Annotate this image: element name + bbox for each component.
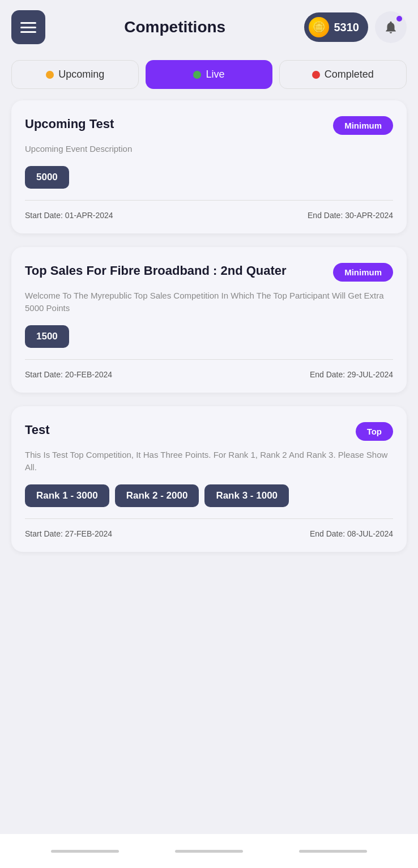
card2-points: 1500 (25, 325, 393, 348)
tab-live[interactable]: Live (146, 60, 272, 89)
page-title: Competitions (124, 18, 225, 36)
card2-divider (25, 359, 393, 360)
card2-start-date: Start Date: 20-FEB-2024 (25, 370, 112, 379)
card1-divider (25, 200, 393, 201)
card3-dates: Start Date: 27-FEB-2024 End Date: 08-JUL… (25, 529, 393, 538)
card-fibre-broadband: Top Sales For Fibre Broadband : 2nd Quat… (11, 247, 407, 393)
nav-indicator-1 (51, 850, 119, 853)
tab-completed-label: Completed (325, 69, 374, 80)
card2-description: Welcome To The Myrepublic Top Sales Comp… (25, 290, 393, 315)
bell-icon (383, 20, 398, 35)
card3-header: Test Top (25, 422, 393, 441)
notification-button[interactable] (375, 11, 407, 43)
upcoming-dot (46, 71, 54, 79)
bottom-nav (0, 834, 418, 868)
card3-points-0[interactable]: Rank 1 - 3000 (25, 484, 109, 507)
card3-end-date: End Date: 08-JUL-2024 (310, 529, 393, 538)
card1-start-date: Start Date: 01-APR-2024 (25, 211, 113, 220)
cards-container: Upcoming Test Minimum Upcoming Event Des… (0, 100, 418, 552)
tab-completed[interactable]: Completed (279, 60, 407, 89)
card1-header: Upcoming Test Minimum (25, 116, 393, 135)
card3-points: Rank 1 - 3000 Rank 2 - 2000 Rank 3 - 100… (25, 484, 393, 507)
card1-description: Upcoming Event Description (25, 143, 393, 156)
card3-title: Test (25, 422, 356, 439)
card2-header: Top Sales For Fibre Broadband : 2nd Quat… (25, 263, 393, 282)
card2-badge[interactable]: Minimum (333, 263, 393, 282)
completed-dot (312, 71, 320, 79)
header: Competitions 🪙 5310 (0, 0, 418, 54)
card2-title: Top Sales For Fibre Broadband : 2nd Quat… (25, 263, 333, 279)
card3-badge[interactable]: Top (356, 422, 393, 441)
coins-amount: 5310 (334, 21, 359, 34)
header-right: 🪙 5310 (304, 11, 407, 43)
card1-end-date: End Date: 30-APR-2024 (308, 211, 393, 220)
tab-upcoming-label: Upcoming (58, 69, 104, 80)
card2-end-date: End Date: 29-JUL-2024 (310, 370, 393, 379)
card1-title: Upcoming Test (25, 116, 333, 133)
card-test-top: Test Top This Is Test Top Competition, I… (11, 406, 407, 552)
nav-indicator-3 (299, 850, 367, 853)
card3-description: This Is Test Top Competition, It Has Thr… (25, 449, 393, 474)
notification-dot (395, 15, 403, 23)
card3-points-1[interactable]: Rank 2 - 2000 (115, 484, 199, 507)
card2-dates: Start Date: 20-FEB-2024 End Date: 29-JUL… (25, 370, 393, 379)
coins-badge: 🪙 5310 (304, 12, 368, 42)
card3-start-date: Start Date: 27-FEB-2024 (25, 529, 112, 538)
card1-points-0[interactable]: 5000 (25, 166, 69, 189)
card3-divider (25, 518, 393, 519)
card3-points-2[interactable]: Rank 3 - 1000 (204, 484, 289, 507)
card1-dates: Start Date: 01-APR-2024 End Date: 30-APR… (25, 211, 393, 220)
tabs-container: Upcoming Live Completed (0, 54, 418, 100)
card1-badge[interactable]: Minimum (333, 116, 393, 135)
tab-upcoming[interactable]: Upcoming (11, 60, 139, 89)
card1-points: 5000 (25, 166, 393, 189)
coin-icon: 🪙 (309, 17, 329, 37)
tab-live-label: Live (206, 69, 224, 80)
nav-indicator-2 (175, 850, 243, 853)
card2-points-0[interactable]: 1500 (25, 325, 69, 348)
card-upcoming-test: Upcoming Test Minimum Upcoming Event Des… (11, 100, 407, 233)
live-dot (193, 71, 201, 79)
menu-button[interactable] (11, 10, 45, 44)
